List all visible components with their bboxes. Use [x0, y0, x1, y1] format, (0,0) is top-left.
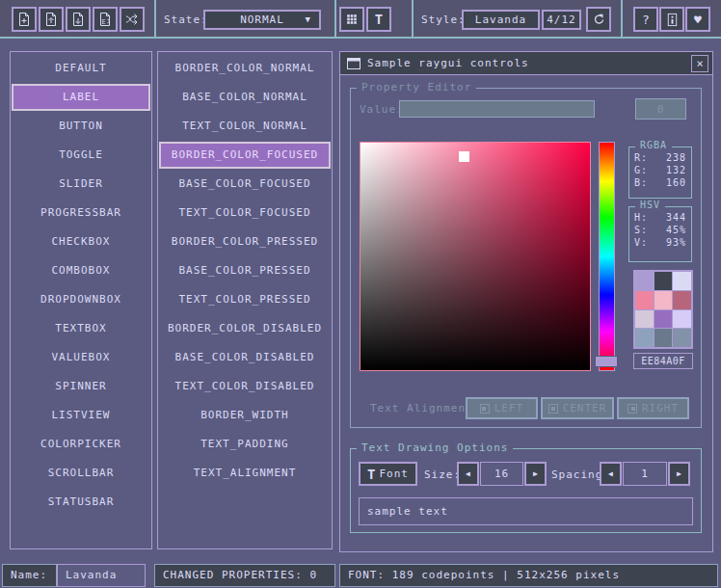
export-style-button[interactable]: E — [93, 7, 118, 32]
controls-list-item[interactable]: SLIDER — [11, 170, 151, 199]
font-tool-button[interactable]: T — [366, 7, 391, 32]
properties-list-item[interactable]: TEXT_COLOR_PRESSED — [158, 285, 332, 314]
state-label: State: — [164, 13, 208, 26]
spacing-decrease-button[interactable]: ◀ — [600, 462, 622, 486]
controls-list-item[interactable]: VALUEBOX — [11, 343, 151, 372]
controls-list-item[interactable]: TOGGLE — [11, 141, 151, 170]
align-left-button[interactable]: LEFT — [466, 397, 538, 419]
hue-slider-handle[interactable] — [595, 356, 618, 367]
window-titlebar[interactable]: Sample raygui controls × — [340, 52, 712, 75]
b-value: 160 — [666, 176, 686, 189]
arrow-left-icon: ◀ — [466, 469, 470, 478]
toolbar-divider — [154, 0, 156, 37]
controls-list-item[interactable]: DROPDOWNBOX — [11, 285, 151, 314]
about-button[interactable] — [659, 7, 684, 32]
properties-list-item[interactable]: BASE_COLOR_DISABLED — [158, 343, 332, 372]
controls-list-item[interactable]: LISTVIEW — [11, 401, 151, 430]
properties-list-item[interactable]: TEXT_COLOR_DISABLED — [158, 372, 332, 401]
s-label: S: — [634, 224, 648, 236]
h-value: 344 — [666, 211, 686, 224]
file-export-icon: E — [97, 12, 113, 27]
style-color-swatch — [673, 291, 691, 309]
sample-text-input[interactable]: sample text — [359, 497, 693, 525]
controls-list-item[interactable]: STATUSBAR — [11, 488, 151, 517]
properties-list-item[interactable]: BORDER_COLOR_NORMAL — [158, 54, 332, 83]
controls-list-item[interactable]: LABEL — [12, 84, 150, 111]
toolbar-divider — [621, 0, 623, 37]
state-value: NORMAL — [240, 13, 284, 26]
color-picker-cursor[interactable] — [459, 151, 469, 162]
properties-list-item[interactable]: TEXT_COLOR_FOCUSED — [158, 199, 332, 227]
size-value-box[interactable]: 16 — [480, 462, 523, 486]
properties-list-item[interactable]: TEXT_COLOR_NORMAL — [158, 112, 332, 141]
controls-list-item[interactable]: CHECKBOX — [11, 227, 151, 256]
properties-list-item[interactable]: BORDER_COLOR_DISABLED — [158, 314, 332, 343]
style-color-swatch — [673, 272, 691, 290]
properties-list-item[interactable]: BORDER_WIDTH — [158, 401, 332, 430]
sponsor-button[interactable]: ♥ — [685, 7, 710, 32]
hue-bar[interactable] — [599, 142, 615, 371]
size-decrease-button[interactable]: ◀ — [457, 462, 479, 486]
random-style-button[interactable] — [120, 7, 145, 32]
new-style-button[interactable] — [12, 7, 37, 32]
window-close-button[interactable]: × — [691, 55, 708, 72]
window-icon — [347, 58, 360, 69]
help-button[interactable]: ? — [633, 7, 658, 32]
spacing-value: 1 — [641, 468, 649, 480]
name-label: Name: — [11, 569, 47, 581]
controls-list-item[interactable]: BUTTON — [11, 112, 151, 141]
align-center-button[interactable]: CENTER — [541, 397, 614, 419]
grid-view-button[interactable] — [339, 7, 364, 32]
controls-list-item[interactable]: SPINNER — [11, 372, 151, 401]
properties-list-item[interactable]: BASE_COLOR_NORMAL — [158, 83, 332, 112]
style-name-combobox[interactable]: Lavanda — [462, 10, 540, 30]
rguistyler-app: E State: NORMAL ▼ T Style: Lavanda 4/12 — [0, 0, 721, 588]
controls-list-item[interactable]: DEFAULT — [11, 54, 151, 83]
value-slider[interactable] — [399, 100, 595, 118]
hex-color-input[interactable]: EE84A0F — [633, 353, 693, 369]
properties-list-item[interactable]: BASE_COLOR_PRESSED — [158, 256, 332, 285]
controls-list-item[interactable]: COLORPICKER — [11, 430, 151, 459]
size-value: 16 — [494, 468, 509, 480]
text-drawing-options-label: Text Drawing Options — [357, 441, 513, 454]
state-dropdown[interactable]: NORMAL ▼ — [203, 10, 321, 30]
grid-icon — [345, 13, 359, 26]
style-color-swatch — [635, 310, 654, 329]
color-picker-panel[interactable] — [360, 142, 591, 371]
save-style-button[interactable] — [66, 7, 91, 32]
font-info-text: FONT: 189 codepoints | 512x256 pixels — [348, 569, 620, 581]
style-color-swatch — [654, 310, 673, 329]
file-save-icon — [70, 12, 86, 27]
properties-list-item[interactable]: TEXT_PADDING — [158, 430, 332, 459]
properties-list-item[interactable]: BASE_COLOR_FOCUSED — [158, 170, 332, 199]
style-color-swatch — [654, 272, 673, 290]
style-name-value: Lavanda — [475, 13, 526, 26]
controls-list-item[interactable]: PROGRESSBAR — [11, 199, 151, 227]
style-color-swatch — [654, 291, 673, 309]
hsv-group: HSV H:344 S:45% V:93% — [628, 206, 692, 262]
style-name-input[interactable]: Lavanda — [57, 564, 146, 587]
spacing-increase-button[interactable]: ▶ — [668, 462, 690, 486]
spacing-value-box[interactable]: 1 — [623, 462, 667, 486]
align-left-text: LEFT — [494, 402, 524, 414]
properties-list-item[interactable]: BORDER_COLOR_PRESSED — [158, 227, 332, 256]
controls-list: DEFAULT LABEL BUTTON TOGGLE SLIDER PROGR… — [10, 51, 152, 549]
font-t-icon: T — [367, 468, 375, 481]
close-icon: × — [696, 57, 703, 70]
style-color-swatch — [654, 329, 673, 347]
value-box[interactable]: 0 — [635, 98, 686, 120]
controls-list-item[interactable]: COMBOBOX — [11, 256, 151, 285]
style-name-input-value: Lavanda — [66, 569, 117, 581]
size-increase-button[interactable]: ▶ — [524, 462, 547, 486]
g-value: 132 — [666, 164, 686, 176]
reload-style-button[interactable] — [586, 7, 611, 32]
properties-list-item[interactable]: BORDER_COLOR_FOCUSED — [159, 142, 331, 169]
style-counter-button[interactable]: 4/12 — [542, 10, 581, 30]
align-right-button[interactable]: RIGHT — [617, 397, 689, 419]
font-button[interactable]: T Font — [359, 462, 417, 486]
controls-list-item[interactable]: TEXTBOX — [11, 314, 151, 343]
properties-list-item[interactable]: TEXT_ALIGNMENT — [158, 459, 332, 488]
controls-list-item[interactable]: SCROLLBAR — [11, 459, 151, 488]
load-style-button[interactable] — [39, 7, 64, 32]
font-button-text: Font — [379, 468, 409, 480]
